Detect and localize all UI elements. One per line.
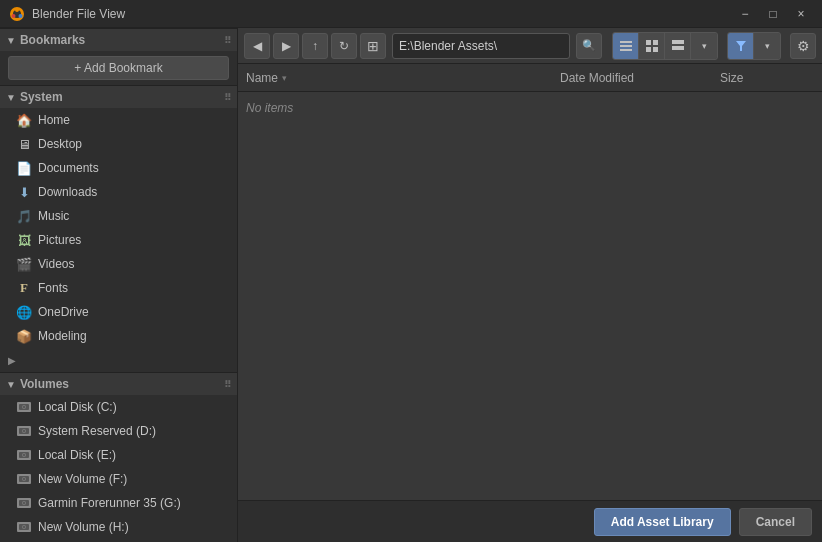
sidebar-item-d[interactable]: System Reserved (D:) [0,419,237,443]
svg-point-28 [23,526,25,528]
e-label: Local Disk (E:) [38,448,116,462]
maximize-button[interactable]: □ [760,3,786,25]
sidebar-item-g[interactable]: Garmin Forerunner 35 (G:) [0,491,237,515]
svg-point-3 [19,14,23,18]
cancel-button[interactable]: Cancel [739,508,812,536]
system-expand-more[interactable]: ▶ [0,348,237,372]
desktop-icon: 🖥 [16,136,32,152]
sidebar-item-music[interactable]: 🎵 Music [0,204,237,228]
sidebar-item-documents[interactable]: 📄 Documents [0,156,237,180]
path-input[interactable] [392,33,570,59]
sidebar-item-e[interactable]: Local Disk (E:) [0,443,237,467]
svg-rect-32 [620,41,632,43]
sidebar-item-pictures[interactable]: 🖼 Pictures [0,228,237,252]
system-section-label: System [20,90,63,104]
parent-dir-button[interactable]: ↑ [302,33,328,59]
add-bookmark-button[interactable]: + Add Bookmark [8,56,229,80]
h-label: New Volume (H:) [38,520,129,534]
main-layout: ▼ Bookmarks ⠿ + Add Bookmark ▼ System ⠿ … [0,28,822,542]
sidebar-item-home[interactable]: 🏠 Home [0,108,237,132]
view-mode-group: ▾ [612,32,718,60]
svg-point-12 [23,430,25,432]
filter-more-button[interactable]: ▾ [754,33,780,59]
system-chevron: ▼ [6,92,16,103]
volumes-chevron: ▼ [6,379,16,390]
new-folder-button[interactable]: ⊞ [360,33,386,59]
sidebar-item-onedrive[interactable]: 🌐 OneDrive [0,300,237,324]
sidebar: ▼ Bookmarks ⠿ + Add Bookmark ▼ System ⠿ … [0,28,238,542]
view-more-button[interactable]: ▾ [691,33,717,59]
disk-e-icon [16,447,32,463]
svg-point-2 [15,8,19,12]
pictures-label: Pictures [38,233,81,247]
forward-button[interactable]: ▶ [273,33,299,59]
svg-point-24 [23,502,25,504]
music-label: Music [38,209,69,223]
g-label: Garmin Forerunner 35 (G:) [38,496,181,510]
bookmarks-section-header[interactable]: ▼ Bookmarks ⠿ [0,28,237,51]
downloads-label: Downloads [38,185,97,199]
modeling-label: Modeling [38,329,87,343]
music-icon: 🎵 [16,208,32,224]
svg-point-20 [23,478,25,480]
svg-rect-39 [672,40,684,44]
window-controls: − □ × [732,3,814,25]
svg-rect-37 [646,47,651,52]
view-grid-button[interactable] [639,33,665,59]
sidebar-item-videos[interactable]: 🎬 Videos [0,252,237,276]
filter-button[interactable] [728,33,754,59]
svg-point-8 [23,406,25,408]
svg-point-16 [23,454,25,456]
fonts-label: Fonts [38,281,68,295]
sidebar-item-modeling[interactable]: 📦 Modeling [0,324,237,348]
col-name-label: Name [246,71,278,85]
pictures-icon: 🖼 [16,232,32,248]
svg-rect-38 [653,47,658,52]
disk-h-icon [16,519,32,535]
sidebar-item-h[interactable]: New Volume (H:) [0,515,237,539]
view-tiles-button[interactable] [665,33,691,59]
bottom-bar: Add Asset Library Cancel [238,500,822,542]
videos-label: Videos [38,257,74,271]
add-asset-library-button[interactable]: Add Asset Library [594,508,731,536]
sidebar-item-downloads[interactable]: ⬇ Downloads [0,180,237,204]
settings-button[interactable]: ⚙ [790,33,816,59]
column-modified-header[interactable]: Date Modified [560,71,720,85]
documents-label: Documents [38,161,99,175]
close-button[interactable]: × [788,3,814,25]
minimize-button[interactable]: − [732,3,758,25]
view-list-button[interactable] [613,33,639,59]
search-button[interactable]: 🔍 [576,33,602,59]
documents-icon: 📄 [16,160,32,176]
file-list-body: No items [238,92,822,500]
expand-icon: ▶ [8,355,16,366]
disk-f-icon [16,471,32,487]
onedrive-icon: 🌐 [16,304,32,320]
desktop-label: Desktop [38,137,82,151]
sidebar-item-f[interactable]: New Volume (F:) [0,467,237,491]
sidebar-item-c[interactable]: Local Disk (C:) [0,395,237,419]
disk-g-icon [16,495,32,511]
window-title: Blender File View [32,7,732,21]
downloads-icon: ⬇ [16,184,32,200]
videos-icon: 🎬 [16,256,32,272]
sidebar-item-desktop[interactable]: 🖥 Desktop [0,132,237,156]
volumes-section-header[interactable]: ▼ Volumes ⠿ [0,372,237,395]
system-items-list: 🏠 Home 🖥 Desktop 📄 Documents ⬇ Downloads… [0,108,237,372]
f-label: New Volume (F:) [38,472,127,486]
refresh-button[interactable]: ↻ [331,33,357,59]
column-size-header[interactable]: Size [720,71,800,85]
sidebar-item-fonts[interactable]: F Fonts [0,276,237,300]
disk-d-icon [16,423,32,439]
file-list-header: Name ▾ Date Modified Size [238,64,822,92]
column-name-header[interactable]: Name ▾ [246,71,560,85]
back-button[interactable]: ◀ [244,33,270,59]
bookmarks-handle: ⠿ [224,35,231,46]
svg-rect-35 [646,40,651,45]
system-section-header[interactable]: ▼ System ⠿ [0,85,237,108]
bookmarks-chevron: ▼ [6,35,16,46]
svg-rect-40 [672,46,684,50]
col-size-label: Size [720,71,743,85]
filter-group: ▾ [727,32,781,60]
modeling-icon: 📦 [16,328,32,344]
